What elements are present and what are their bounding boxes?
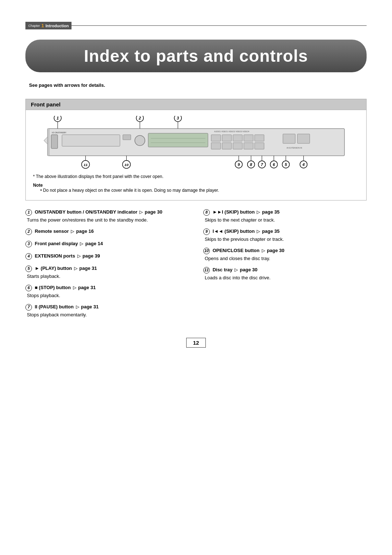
svg-text:3: 3 [177, 116, 179, 120]
desc-text-7: Stops playback momentarily. [27, 312, 189, 317]
descriptions-grid: 1 ON/STANDBY button / ON/STANDBY indicat… [25, 209, 367, 323]
svg-rect-18 [233, 143, 242, 149]
front-panel-diagram: I/O ON/STANDBY AUDIO1 VIDEO1 VIDEO2 [26, 110, 366, 200]
front-panel-header: Front panel [26, 99, 366, 110]
svg-rect-7 [148, 133, 208, 147]
descriptions-left-col: 1 ON/STANDBY button / ON/STANDBY indicat… [25, 209, 189, 323]
page: Chapter 1 Introduction Index to parts an… [0, 0, 392, 555]
device-illustration: I/O ON/STANDBY AUDIO1 VIDEO1 VIDEO2 [33, 116, 359, 174]
svg-rect-19 [244, 143, 253, 149]
desc-text-6: Stops playback. [27, 293, 189, 298]
desc-item-2: 2 Remote sensor ▷ page 16 [25, 228, 189, 235]
svg-text:9: 9 [238, 162, 240, 167]
chapter-number: 1 [41, 23, 44, 28]
svg-rect-21 [283, 134, 295, 143]
desc-title-8: 8 ►►I (SKIP) button ▷ page 35 [203, 209, 367, 216]
chapter-tab: Chapter 1 Introduction [25, 22, 72, 29]
svg-text:8: 8 [250, 162, 253, 167]
svg-rect-13 [233, 135, 242, 141]
chapter-header: Chapter 1 Introduction [25, 22, 367, 29]
page-title: Index to parts and controls [44, 46, 348, 66]
svg-text:I/O ON/STANDBY: I/O ON/STANDBY [52, 131, 67, 134]
svg-text:4: 4 [302, 162, 305, 167]
desc-title-6: 6 ■ (STOP) button ▷ page 31 [25, 285, 189, 291]
desc-text-9: Skips to the previous chapter or track. [205, 236, 367, 242]
svg-marker-57 [44, 137, 48, 144]
front-panel-section: Front panel I/O ON/STANDBY [25, 99, 367, 200]
desc-text-11: Loads a disc into the disc drive. [205, 275, 367, 280]
desc-title-9: 9 I◄◄ (SKIP) button ▷ page 35 [203, 228, 367, 235]
svg-text:6: 6 [273, 162, 275, 167]
svg-rect-4 [62, 135, 120, 146]
svg-rect-17 [222, 143, 232, 149]
svg-rect-3 [51, 135, 58, 149]
desc-title-5: 5 ► (PLAY) button ▷ page 31 [25, 266, 189, 272]
desc-item-8: 8 ►►I (SKIP) button ▷ page 35 Skips to t… [203, 209, 367, 223]
title-banner: Index to parts and controls [25, 40, 367, 72]
desc-item-4: 4 EXTENSION ports ▷ page 39 [25, 253, 189, 260]
svg-rect-1 [48, 129, 49, 156]
desc-title-11: 11 Disc tray ▷ page 30 [203, 267, 367, 274]
desc-title-2: 2 Remote sensor ▷ page 16 [25, 228, 189, 235]
svg-text:7: 7 [261, 162, 264, 167]
desc-item-10: 10 OPEN/CLOSE button ▷ page 30 Opens and… [203, 248, 367, 261]
svg-text:5: 5 [285, 162, 287, 167]
svg-rect-12 [222, 135, 232, 141]
svg-rect-14 [244, 135, 253, 141]
desc-text-5: Starts playback. [27, 274, 189, 279]
svg-point-6 [135, 135, 145, 146]
chapter-line [72, 25, 367, 26]
desc-item-5: 5 ► (PLAY) button ▷ page 31 Starts playb… [25, 266, 189, 279]
note-bullet: • Do not place a heavy object on the cov… [40, 188, 359, 193]
desc-item-11: 11 Disc tray ▷ page 30 Loads a disc into… [203, 267, 367, 280]
desc-text-10: Opens and closes the disc tray. [205, 256, 367, 261]
desc-title-7: 7 II (PAUSE) button ▷ page 31 [25, 304, 189, 311]
desc-item-3: 3 Front panel display ▷ page 14 [25, 241, 189, 247]
svg-text:10: 10 [124, 163, 129, 167]
desc-title-10: 10 OPEN/CLOSE button ▷ page 30 [203, 248, 367, 254]
svg-text:AV EXTENSION IN: AV EXTENSION IN [286, 147, 302, 149]
descriptions-right-col: 8 ►►I (SKIP) button ▷ page 35 Skips to t… [203, 209, 367, 323]
svg-rect-22 [297, 134, 310, 143]
desc-title-3: 3 Front panel display ▷ page 14 [25, 241, 189, 247]
svg-rect-15 [255, 135, 264, 141]
see-pages-note: See pages with arrows for details. [29, 82, 367, 88]
page-number: 12 [186, 338, 206, 348]
chapter-title: Introduction [45, 24, 69, 28]
desc-title-4: 4 EXTENSION ports ▷ page 39 [25, 253, 189, 260]
desc-item-7: 7 II (PAUSE) button ▷ page 31 Stops play… [25, 304, 189, 317]
desc-item-6: 6 ■ (STOP) button ▷ page 31 Stops playba… [25, 285, 189, 298]
chapter-word: Chapter [28, 24, 40, 28]
svg-text:1: 1 [57, 116, 59, 120]
svg-rect-5 [123, 135, 131, 140]
svg-text:11: 11 [83, 163, 88, 167]
desc-text-8: Skips to the next chapter or track. [205, 217, 367, 223]
desc-text-1: Turns the power on/restores the unit to … [27, 217, 189, 223]
desc-item-1: 1 ON/STANDBY button / ON/STANDBY indicat… [25, 209, 189, 223]
svg-text:AUDIO1  VIDEO1  VIDEO2  VIDEO3: AUDIO1 VIDEO1 VIDEO2 VIDEO3 VIDEO4 [214, 130, 249, 133]
svg-rect-11 [211, 135, 221, 141]
svg-text:2: 2 [138, 116, 141, 120]
note-label: Note [33, 183, 359, 188]
footnote-asterisk: * The above illustration displays the fr… [33, 174, 359, 179]
desc-item-9: 9 I◄◄ (SKIP) button ▷ page 35 Skips to t… [203, 228, 367, 242]
svg-rect-16 [211, 143, 221, 149]
svg-rect-20 [255, 143, 264, 149]
page-number-area: 12 [25, 338, 367, 355]
desc-title-1: 1 ON/STANDBY button / ON/STANDBY indicat… [25, 209, 189, 216]
